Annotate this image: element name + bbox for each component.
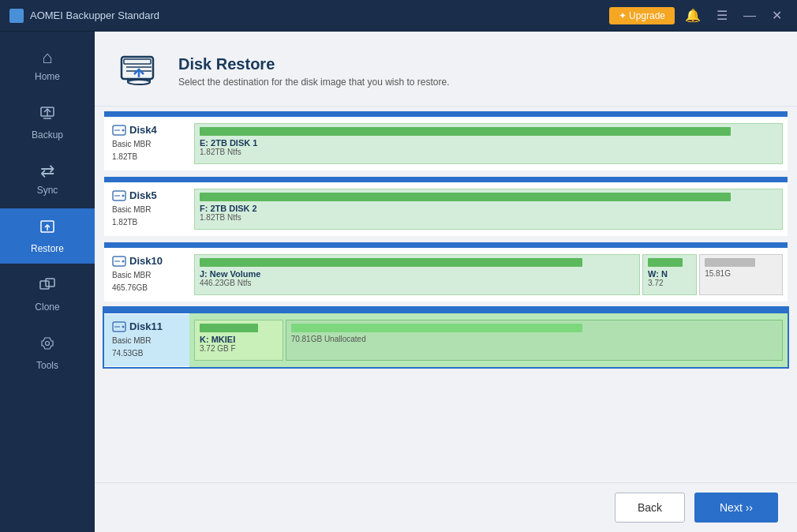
restore-icon <box>39 218 56 238</box>
disk10-part3-bar <box>705 258 755 267</box>
disk-row-disk10[interactable]: Disk10 Basic MBR465.76GB J: New Volume 4… <box>104 242 788 302</box>
home-icon: ⌂ <box>42 49 52 66</box>
disk11-part2: 70.81GB Unallocated <box>286 320 783 361</box>
disk5-part1: F: 2TB DISK 2 1.82TB Ntfs <box>194 189 783 230</box>
disk11-info: Disk11 Basic MBR74.53GB <box>104 314 189 366</box>
bell-icon[interactable]: 🔔 <box>679 5 706 26</box>
upgrade-button[interactable]: ✦ Upgrade <box>609 7 675 24</box>
disk4-part1-label: E: 2TB DISK 1 <box>200 138 777 148</box>
svg-point-26 <box>122 325 125 328</box>
disk4-meta: Basic MBR1.82TB <box>112 138 181 163</box>
sidebar: ⌂ Home Backup ⇄ Sync <box>0 32 95 532</box>
sidebar-item-restore[interactable]: Restore <box>0 208 95 264</box>
sidebar-item-home[interactable]: ⌂ Home <box>0 39 95 92</box>
disk10-part2: W: N 3.72 <box>642 254 697 295</box>
disk4-body: Disk4 Basic MBR1.82TB E: 2TB DISK 1 1.82… <box>104 117 788 170</box>
disk11-header-bar <box>104 308 788 313</box>
disk11-part2-sub: 70.81GB Unallocated <box>291 335 777 343</box>
svg-point-20 <box>122 194 125 197</box>
disk5-part1-bar <box>200 193 731 201</box>
sidebar-item-tools[interactable]: Tools <box>0 325 95 380</box>
disk5-hdd-icon <box>112 190 126 201</box>
content-area: Disk Restore Select the destination for … <box>95 32 797 532</box>
disk10-part1-sub: 446.23GB Ntfs <box>200 279 634 287</box>
content-footer: Back Next ›› <box>95 482 797 532</box>
menu-icon[interactable]: ☰ <box>711 5 733 26</box>
sidebar-label-backup: Backup <box>32 129 63 140</box>
next-button[interactable]: Next ›› <box>694 493 778 523</box>
svg-point-17 <box>122 129 125 131</box>
disk5-partitions: F: 2TB DISK 2 1.82TB Ntfs <box>189 182 788 236</box>
sidebar-label-restore: Restore <box>31 243 64 254</box>
clone-icon <box>39 276 56 297</box>
sync-icon: ⇄ <box>40 163 54 180</box>
disk4-hdd-icon <box>112 125 126 136</box>
disk5-meta: Basic MBR1.82TB <box>112 204 181 229</box>
minimize-button[interactable]: — <box>738 6 761 26</box>
disk-restore-icon <box>114 46 164 96</box>
sidebar-label-tools: Tools <box>36 360 58 371</box>
disk10-part1-label: J: New Volume <box>200 269 634 279</box>
disk10-header-bar <box>104 242 788 248</box>
sidebar-item-sync[interactable]: ⇄ Sync <box>0 153 95 205</box>
sidebar-label-home: Home <box>35 71 60 82</box>
disk11-meta: Basic MBR74.53GB <box>112 335 181 360</box>
backup-icon <box>39 104 56 125</box>
disk10-part1: J: New Volume 446.23GB Ntfs <box>194 254 640 295</box>
disk11-part1-sub: 3.72 GB F <box>200 344 278 353</box>
disk11-partitions: K: MKIEI 3.72 GB F 70.81GB Unallocated <box>189 313 788 367</box>
page-subtitle: Select the destination for the disk imag… <box>178 77 450 88</box>
disk4-partitions: E: 2TB DISK 1 1.82TB Ntfs <box>189 117 788 170</box>
disk11-label: Disk11 <box>129 320 163 332</box>
svg-rect-6 <box>46 279 54 287</box>
svg-point-7 <box>46 342 50 346</box>
sidebar-item-backup[interactable]: Backup <box>0 95 95 150</box>
disk4-part1-sub: 1.82TB Ntfs <box>200 148 777 156</box>
app-title-area: AOMEI Backupper Standard <box>9 9 159 23</box>
svg-point-23 <box>122 260 125 262</box>
disk4-part1: E: 2TB DISK 1 1.82TB Ntfs <box>194 123 783 164</box>
page-title: Disk Restore <box>178 55 450 73</box>
disk11-part1: K: MKIEI 3.72 GB F <box>194 320 283 361</box>
disk10-hdd-icon <box>112 256 126 267</box>
disk5-info: Disk5 Basic MBR1.82TB <box>104 183 189 235</box>
disk4-header-bar <box>104 111 788 117</box>
close-button[interactable]: ✕ <box>766 5 788 26</box>
content-header: Disk Restore Select the destination for … <box>95 32 797 107</box>
sidebar-item-clone[interactable]: Clone <box>0 267 95 322</box>
disk5-body: Disk5 Basic MBR1.82TB F: 2TB DISK 2 1.82… <box>104 182 788 236</box>
disk10-body: Disk10 Basic MBR465.76GB J: New Volume 4… <box>104 248 788 302</box>
disk4-info: Disk4 Basic MBR1.82TB <box>104 118 189 170</box>
disk5-part1-label: F: 2TB DISK 2 <box>200 204 777 213</box>
app-title: AOMEI Backupper Standard <box>30 9 159 21</box>
disk5-name: Disk5 <box>112 189 181 201</box>
sidebar-label-sync: Sync <box>37 185 58 196</box>
disk-row-disk11[interactable]: Disk11 Basic MBR74.53GB K: MKIEI 3.72 GB… <box>104 308 788 367</box>
disk11-hdd-icon <box>112 321 126 332</box>
app-body: ⌂ Home Backup ⇄ Sync <box>0 32 797 532</box>
svg-point-12 <box>128 80 150 84</box>
disk11-part2-bar <box>291 324 583 332</box>
disk-list[interactable]: Disk4 Basic MBR1.82TB E: 2TB DISK 1 1.82… <box>95 107 797 482</box>
back-button[interactable]: Back <box>615 493 685 523</box>
disk10-part2-sub: 3.72 <box>648 279 691 287</box>
svg-rect-9 <box>124 59 151 64</box>
disk10-info: Disk10 Basic MBR465.76GB <box>104 249 189 301</box>
disk10-part2-bar <box>648 258 683 267</box>
disk-row-disk4[interactable]: Disk4 Basic MBR1.82TB E: 2TB DISK 1 1.82… <box>104 111 788 170</box>
disk5-label: Disk5 <box>129 189 157 201</box>
tools-icon <box>39 335 56 355</box>
disk10-meta: Basic MBR465.76GB <box>112 269 181 294</box>
disk10-part3-sub: 15.81G <box>705 269 777 278</box>
disk5-part1-sub: 1.82TB Ntfs <box>200 213 777 222</box>
disk-row-disk5[interactable]: Disk5 Basic MBR1.82TB F: 2TB DISK 2 1.82… <box>104 177 788 236</box>
titlebar: AOMEI Backupper Standard ✦ Upgrade 🔔 ☰ —… <box>0 0 797 32</box>
disk10-label: Disk10 <box>129 255 163 267</box>
disk10-part3: 15.81G <box>699 254 783 295</box>
disk4-name: Disk4 <box>112 124 181 136</box>
svg-rect-5 <box>40 281 49 289</box>
disk11-part1-label: K: MKIEI <box>200 335 278 344</box>
app-logo <box>9 9 24 23</box>
disk11-name: Disk11 <box>112 320 181 332</box>
header-text: Disk Restore Select the destination for … <box>178 55 450 88</box>
